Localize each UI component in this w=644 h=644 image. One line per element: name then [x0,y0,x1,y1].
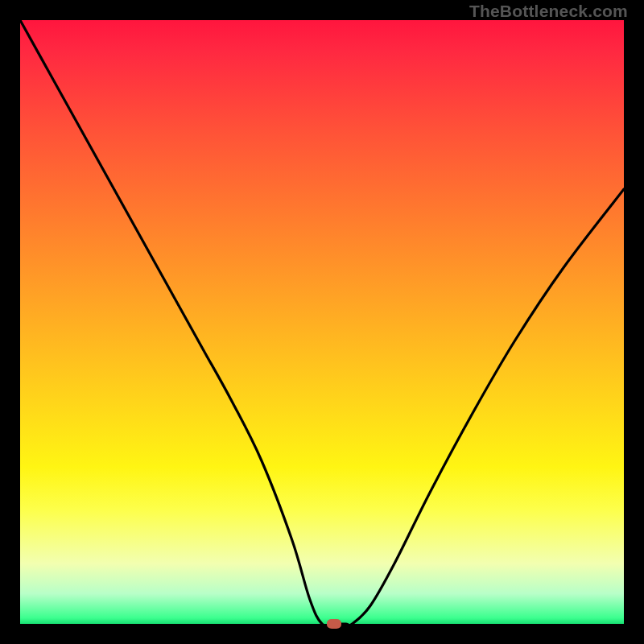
optimal-point-marker [327,619,341,629]
watermark-text: TheBottleneck.com [469,2,628,21]
chart-plot-area [20,20,624,624]
bottleneck-curve [20,20,624,624]
